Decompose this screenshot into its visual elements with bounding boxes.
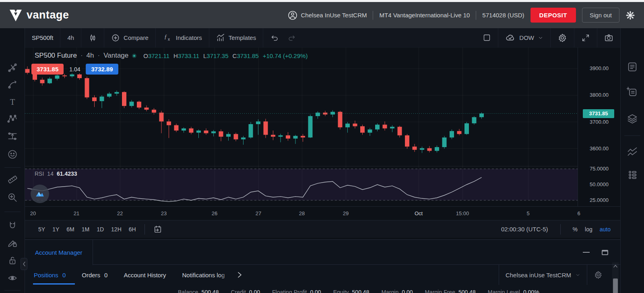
hide-all-drawings-eye-icon[interactable] [7,273,18,283]
redo-button[interactable] [286,28,303,48]
candle [85,78,89,98]
tabs-scroll-right-chevron[interactable] [237,272,242,278]
panel-restore-icon[interactable] [602,250,608,255]
chevron-down-icon [575,272,580,278]
buy-ask-button[interactable]: 3732.89 [86,64,118,75]
drawing-sync-lock-icon[interactable] [7,238,18,248]
symbol-search-button[interactable]: SP500ft [25,28,60,48]
range-5y-button[interactable]: 5Y [35,220,49,238]
sell-bid-button[interactable]: 3731.85 [31,64,64,75]
scrollbar-thumb[interactable] [613,278,618,293]
tab-positions[interactable]: Positions0 [34,272,66,278]
tab-notifications-log[interactable]: Notifications log [182,272,233,278]
interval-button[interactable]: 4h [60,28,81,48]
account-settings-gear-icon[interactable] [594,270,603,279]
price-axis[interactable]: 3900.003800.003700.003600.0075.000050.00… [578,48,620,206]
credit-value: 0.00 [249,289,260,293]
range-6h-button[interactable]: 6H [125,220,140,238]
lock-all-drawings-icon[interactable] [7,255,18,266]
session-clock[interactable]: 02:00:30 (UTC-5) [501,226,548,233]
scroll-up-arrow[interactable] [612,263,619,270]
deposit-button[interactable]: DEPOSIT [530,8,576,23]
candle [122,92,126,106]
time-axis-label: 29 [333,210,359,216]
rsi-axis-label: 75.0000 [578,166,620,172]
templates-button[interactable]: Templates [209,28,263,48]
candle [70,75,74,77]
legend-separator: · [98,52,100,60]
range-1y-button[interactable]: 1Y [49,220,63,238]
forecast-tool-icon[interactable] [7,131,18,141]
candle [256,121,260,124]
chart-settings-button[interactable] [551,28,574,48]
notes-icon[interactable] [627,86,638,98]
sidebar-collapse-handle[interactable] [21,258,27,270]
candle [435,147,439,151]
layers-icon[interactable] [627,113,638,125]
layout-select-button[interactable] [476,28,498,48]
range-12h-button[interactable]: 12H [107,220,125,238]
legend-symbol[interactable]: SP500 Future [35,52,77,60]
tab-fade-overlay [219,272,233,278]
zoom-in-tool-icon[interactable] [7,192,18,203]
candle [286,135,290,139]
log-scale-button[interactable]: log [585,226,592,233]
magnet-mode-icon[interactable] [7,220,18,231]
rsi-legend[interactable]: RSI 14 61.4233 [35,170,77,177]
ohlc-values: O3721.11 H3733.11 L3717.35 C3731.85 +10.… [143,52,308,59]
user-icon [288,10,297,20]
chart-style-button[interactable] [81,28,104,48]
cloud-save-button[interactable]: DOW [498,28,550,48]
fx-icon: ƒx [163,33,172,43]
candle [479,114,484,117]
header-user[interactable]: Chelsea InUse TestCRM [288,10,367,20]
emoji-tool-icon[interactable] [7,149,18,160]
pitchfork-tool-icon[interactable] [7,79,18,90]
account-manager-tab[interactable]: Account Manager [25,240,93,265]
chart-toolbar: SP500ft 4h Compare ƒx Indicators Templat… [25,28,620,48]
fullscreen-button[interactable] [574,28,597,48]
object-tree-icon[interactable] [627,169,638,181]
time-axis-label: 22 [107,210,133,216]
high-value: 3733.11 [178,52,199,59]
panel-scrollbar[interactable] [612,262,619,293]
candle [196,131,201,133]
range-1m-button[interactable]: 1M [78,220,93,238]
alerts-lines-icon[interactable] [627,146,638,157]
undo-button[interactable] [263,28,286,48]
auto-scale-button[interactable]: auto [600,226,611,233]
candle [115,92,119,94]
candle [301,136,305,137]
time-axis[interactable]: 2021222326272829Oct15:0056 [25,206,620,220]
candle [375,125,380,129]
account-selector[interactable]: Chelsea inUse TestCRM [506,272,580,278]
vantage-logo: vantage [9,8,69,22]
tab-orders[interactable]: Orders0 [82,272,107,278]
range-1d-button[interactable]: 1D [93,220,107,238]
current-price-tag: 3731.85 [583,109,614,118]
candle [420,148,424,150]
change-value: +10.74 (+0.29%) [263,52,308,59]
text-tool-icon[interactable]: T [7,97,18,107]
compare-button[interactable]: Compare [104,28,155,48]
signout-button[interactable]: Sign out [582,8,619,23]
watchlist-icon[interactable] [627,61,638,73]
templates-label: Templates [229,34,256,41]
settings-gear-icon[interactable] [625,10,635,20]
chart-bottom-toolbar: 5Y 1Y 6M 1M 1D 12H 6H 02:00:30 (UTC-5) %… [25,220,620,238]
snapshot-camera-button[interactable] [597,28,620,48]
range-6m-button[interactable]: 6M [63,220,78,238]
candle [182,129,186,131]
margin-value: 0.00 [402,289,413,293]
indicators-button[interactable]: ƒx Indicators [156,28,209,48]
xabcd-pattern-tool-icon[interactable] [7,114,18,124]
tab-account-history[interactable]: Account History [124,272,166,278]
panel-minimize-icon[interactable] [583,252,590,253]
candle [77,75,82,78]
percent-scale-button[interactable]: % [573,226,578,233]
header-user-name: Chelsea InUse TestCRM [301,12,367,19]
trend-line-tool-icon[interactable] [7,62,18,73]
toolbar-divider [560,224,561,235]
ruler-tool-icon[interactable] [7,174,18,185]
go-to-date-button[interactable] [150,220,166,238]
